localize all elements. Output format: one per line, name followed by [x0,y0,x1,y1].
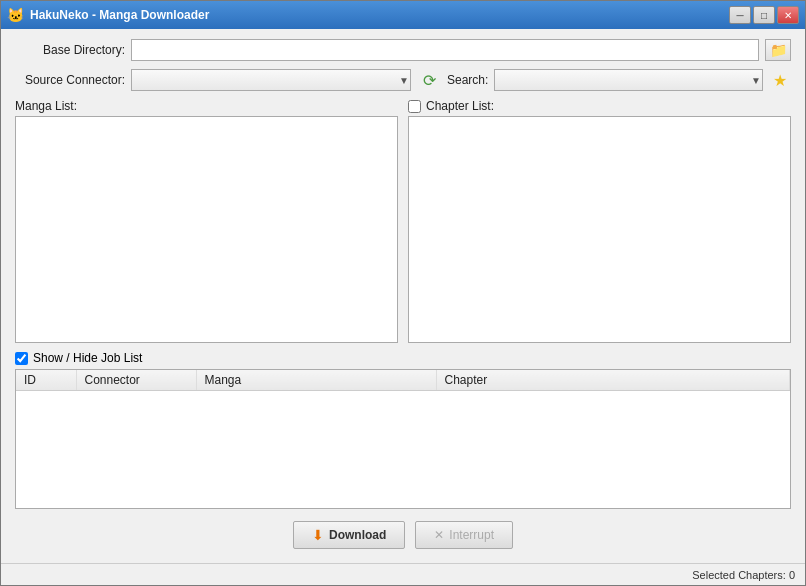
maximize-button[interactable]: □ [753,6,775,24]
base-directory-row: Base Directory: 📁 [15,39,791,61]
show-hide-label: Show / Hide Job List [33,351,142,365]
main-window: 🐱 HakuNeko - Manga Downloader ─ □ ✕ Base… [0,0,806,586]
title-bar: 🐱 HakuNeko - Manga Downloader ─ □ ✕ [1,1,805,29]
col-chapter: Chapter [436,370,790,391]
base-directory-label: Base Directory: [15,43,125,57]
title-bar-buttons: ─ □ ✕ [729,6,799,24]
manga-list-box[interactable] [15,116,398,343]
download-arrow-icon: ⬇ [312,527,324,543]
job-table: ID Connector Manga Chapter [16,370,790,391]
job-table-header: ID Connector Manga Chapter [16,370,790,391]
search-select[interactable] [494,69,763,91]
download-label: Download [329,528,386,542]
show-hide-row: Show / Hide Job List [15,351,791,365]
lists-row: Manga List: Chapter List: [15,99,791,343]
status-text: Selected Chapters: 0 [692,569,795,581]
download-button[interactable]: ⬇ Download [293,521,405,549]
source-connector-select[interactable] [131,69,411,91]
chapter-list-checkbox[interactable] [408,100,421,113]
folder-icon: 📁 [770,42,787,58]
job-table-header-row: ID Connector Manga Chapter [16,370,790,391]
job-section: Show / Hide Job List ID Connector Manga … [15,351,791,509]
search-label: Search: [447,73,488,87]
col-id: ID [16,370,76,391]
source-connector-row: Source Connector: ▼ ⟳ Search: ▼ ★ [15,69,791,91]
interrupt-icon: ✕ [434,528,444,542]
buttons-row: ⬇ Download ✕ Interrupt [15,517,791,553]
refresh-icon: ⟳ [423,71,436,90]
col-connector: Connector [76,370,196,391]
app-icon: 🐱 [7,7,24,23]
favorites-button[interactable]: ★ [769,69,791,91]
search-combo-wrapper: ▼ [494,69,763,91]
main-content: Base Directory: 📁 Source Connector: ▼ ⟳ … [1,29,805,563]
star-icon: ★ [773,71,787,90]
interrupt-label: Interrupt [449,528,494,542]
job-table-container: ID Connector Manga Chapter [15,369,791,509]
refresh-button[interactable]: ⟳ [417,69,441,91]
col-manga: Manga [196,370,436,391]
minimize-button[interactable]: ─ [729,6,751,24]
manga-list-panel: Manga List: [15,99,398,343]
show-hide-checkbox[interactable] [15,352,28,365]
manga-list-label: Manga List: [15,99,398,113]
folder-browse-button[interactable]: 📁 [765,39,791,61]
chapter-list-label: Chapter List: [408,99,791,113]
chapter-list-panel: Chapter List: [408,99,791,343]
window-title: HakuNeko - Manga Downloader [30,8,209,22]
base-directory-input[interactable] [131,39,759,61]
source-connector-label: Source Connector: [15,73,125,87]
close-button[interactable]: ✕ [777,6,799,24]
interrupt-button[interactable]: ✕ Interrupt [415,521,513,549]
title-bar-left: 🐱 HakuNeko - Manga Downloader [7,7,209,23]
status-bar: Selected Chapters: 0 [1,563,805,585]
chapter-list-box[interactable] [408,116,791,343]
source-connector-combo-wrapper: ▼ [131,69,411,91]
